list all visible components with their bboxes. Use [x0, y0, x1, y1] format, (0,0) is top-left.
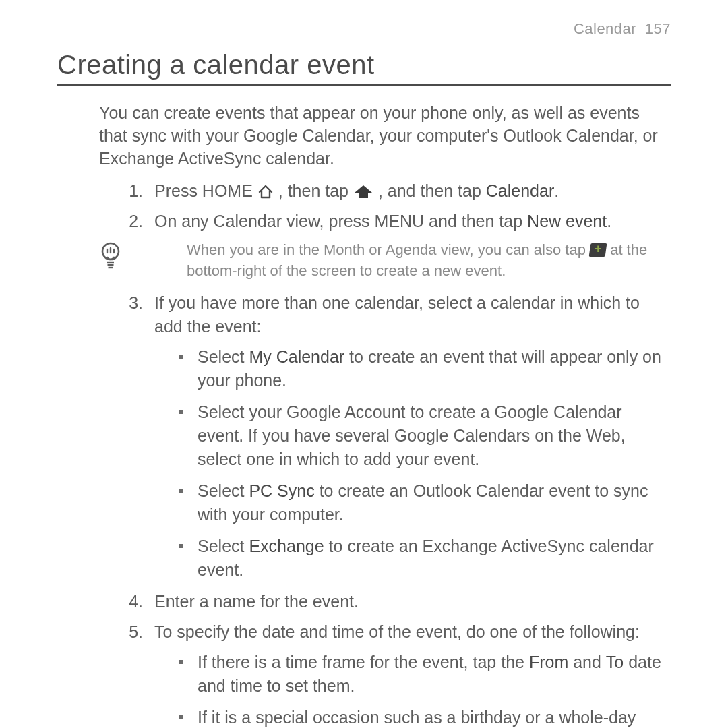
intro-paragraph: You can create events that appear on you… — [99, 102, 671, 170]
steps-list: Press HOME , then tap , and then tap Cal… — [99, 179, 671, 233]
document-page: Calendar 157 Creating a calendar event Y… — [0, 0, 728, 728]
text: , then tap — [278, 181, 353, 200]
to-label: To — [606, 653, 624, 671]
section-name: Calendar — [574, 20, 636, 37]
text: Enter a name for the event. — [154, 592, 359, 611]
text: Select — [198, 481, 249, 500]
text: To specify the date and time of the even… — [154, 622, 640, 641]
home-outline-icon — [257, 184, 274, 199]
text: Select — [198, 347, 249, 366]
text: On any Calendar view, press MENU and the… — [154, 212, 527, 231]
pc-sync-label: PC Sync — [249, 481, 314, 500]
text: and — [568, 653, 606, 671]
step-4: Enter a name for the event. — [148, 590, 671, 613]
from-label: From — [529, 653, 568, 671]
text: Select — [198, 537, 249, 555]
svg-rect-0 — [359, 191, 368, 198]
new-event-label: New event — [527, 212, 607, 231]
step-1: Press HOME , then tap , and then tap Cal… — [148, 179, 671, 203]
tip-callout: When you are in the Month or Agenda view… — [99, 240, 671, 282]
steps-list-cont: If you have more than one calendar, sele… — [99, 291, 671, 728]
lightbulb-tip-icon — [99, 240, 141, 274]
body: You can create events that appear on you… — [99, 102, 671, 728]
text: If you have more than one calendar, sele… — [154, 293, 640, 336]
list-item: If it is a special occasion such as a bi… — [179, 706, 671, 728]
running-header: Calendar 157 — [57, 20, 671, 38]
step-3-sublist: Select My Calendar to create an event th… — [154, 345, 671, 582]
text: If there is a time frame for the event, … — [198, 653, 529, 671]
step-5: To specify the date and time of the even… — [148, 620, 671, 728]
list-item: Select Exchange to create an Exchange Ac… — [179, 535, 671, 582]
step-3: If you have more than one calendar, sele… — [148, 291, 671, 582]
new-event-plus-icon — [589, 243, 607, 257]
my-calendar-label: My Calendar — [249, 347, 344, 366]
list-item: Select your Google Account to create a G… — [179, 400, 671, 471]
text: Select your Google Account to create a G… — [198, 402, 626, 468]
text: When you are in the Month or Agenda view… — [187, 241, 590, 258]
text: Press HOME — [154, 181, 257, 200]
exchange-label: Exchange — [249, 537, 324, 555]
text: If it is a special occasion such as a bi… — [198, 708, 636, 728]
list-item: If there is a time frame for the event, … — [179, 650, 671, 698]
text: , and then tap — [378, 181, 486, 200]
step-5-sublist: If there is a time frame for the event, … — [154, 650, 671, 728]
tip-text: When you are in the Month or Agenda view… — [187, 240, 671, 282]
step-2: On any Calendar view, press MENU and the… — [148, 210, 671, 233]
list-item: Select My Calendar to create an event th… — [179, 345, 671, 392]
list-item: Select PC Sync to create an Outlook Cale… — [179, 479, 671, 526]
text: . — [554, 181, 559, 200]
text: . — [607, 212, 611, 231]
page-title: Creating a calendar event — [57, 50, 671, 80]
title-rule — [57, 84, 671, 86]
calendar-label: Calendar — [486, 181, 554, 200]
page-number: 157 — [645, 20, 671, 37]
home-solid-icon — [353, 184, 373, 199]
